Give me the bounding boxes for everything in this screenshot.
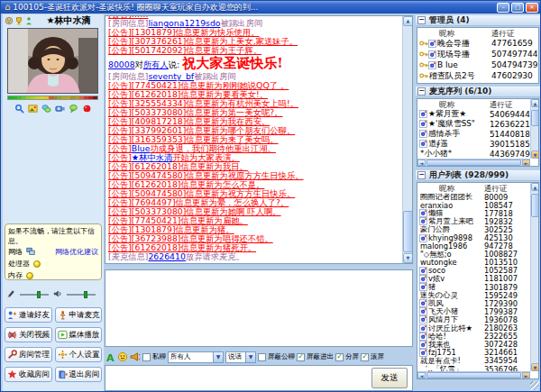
h-scroll-thumb[interactable] [426, 160, 521, 166]
section-scrollbar[interactable]: ▲▼ [530, 183, 538, 371]
room-action-button-7[interactable]: 收藏房间 [5, 367, 52, 382]
photo-icon[interactable] [28, 104, 38, 114]
room-action-button-3[interactable]: 关闭视频 [5, 327, 52, 342]
user-link[interactable]: Blue [132, 144, 151, 153]
mic-volume-slider[interactable] [20, 294, 49, 296]
message-input[interactable]: 发送 [105, 365, 413, 391]
scroll-thumb[interactable] [531, 110, 539, 126]
key-icon [419, 50, 428, 59]
option-checkbox-2[interactable]: ✓ [297, 353, 305, 361]
option-label: 滚屏 [371, 352, 384, 361]
close-button[interactable]: × [526, 3, 538, 13]
scroll-right-button[interactable]: ► [522, 372, 530, 378]
chat-scroll-thumb[interactable] [403, 211, 413, 252]
user-link[interactable]: 80008 [108, 59, 135, 69]
balloon-icon[interactable] [69, 104, 78, 114]
user-link[interactable]: 所有人 [143, 59, 169, 69]
room-action-button-4[interactable]: 媒体播放 [55, 327, 103, 342]
target-select[interactable]: 所有人▼ [168, 351, 224, 363]
key-icon [419, 39, 428, 48]
table-row[interactable]: ★'魔狱雪SS"12636221 [417, 119, 538, 129]
table-row[interactable]: 稽查队员2号47602930 [417, 70, 538, 81]
chevron-down-icon[interactable]: ▼ [245, 352, 255, 362]
user-pass-id: 504794739 [491, 60, 538, 69]
option-checkbox-1[interactable] [258, 353, 266, 361]
chat-message: [公告][1301879]信息更新为猪。 [108, 225, 400, 234]
room-action-button-2[interactable]: 申请麦克 [55, 307, 103, 323]
cam-icon [419, 140, 427, 148]
message-text: [公告][337992601]信息更新为哪个朋友们公聊。 [108, 126, 295, 135]
chat-message: [公告][7694497]信息更新为晕，怎么换人了?。 [108, 198, 400, 207]
scroll-up-button[interactable]: ▲ [403, 16, 413, 26]
table-row[interactable]: B lue504794739 [417, 59, 538, 70]
scroll-right-button[interactable]: ► [522, 160, 530, 166]
font-icon[interactable]: A [105, 351, 115, 362]
maximize-button[interactable]: □ [511, 3, 524, 13]
table-row[interactable]: 现场导播507497744 [417, 49, 538, 59]
message-text: [公告][501742092]信息更新为王子辉。 [108, 46, 261, 55]
table-row[interactable]: ★紫月萱★54069444 [417, 109, 538, 119]
button-label: 退出房间 [69, 369, 100, 380]
scroll-up-button[interactable]: ▲ [531, 99, 539, 107]
room-action-button-8[interactable]: 退出房间 [55, 367, 103, 382]
user-link[interactable]: 2626410 [148, 252, 185, 261]
scroll-left-button[interactable]: ◄ [417, 372, 426, 378]
home-icon: ⌂ [5, 3, 10, 12]
minimize-button[interactable]: – [497, 3, 509, 13]
message-text: [公告][307376261]信息更新为上美女,家送妹子。 [108, 37, 298, 46]
megaphone-icon[interactable] [130, 351, 141, 362]
table-row[interactable]: 感情杀手51440818 [417, 129, 538, 139]
chat-message: [公告][501742092]信息更新为王子辉。 [108, 46, 400, 55]
private-chat-label: 私聊 [152, 352, 166, 361]
scroll-down-button[interactable]: ▼ [531, 150, 539, 159]
user-link[interactable]: ★林中水滴 [132, 153, 173, 162]
private-chat-checkbox[interactable] [142, 353, 151, 361]
chat-message: [公告][325554334]信息更新为有杭州美女上吗!。 [108, 99, 400, 108]
resize-grip[interactable] [530, 381, 539, 390]
collapse-button[interactable]: − [417, 171, 426, 179]
chat-message: [房间信息]seventy_bf被踢出房间 [108, 72, 400, 81]
scroll-down-button[interactable]: ▼ [531, 363, 539, 371]
speaker-volume-slider[interactable] [67, 294, 96, 296]
room-action-button-1[interactable]: 邀请好友 [5, 307, 52, 323]
volume-meter [7, 96, 98, 100]
pen-icon [6, 289, 15, 298]
section-h-scrollbar[interactable]: ◄► [417, 159, 530, 166]
scroll-down-button[interactable]: ▼ [403, 253, 413, 263]
table-row[interactable]: *小小猪*44369749 [417, 149, 538, 159]
section-h-scrollbar[interactable]: ◄► [417, 371, 530, 378]
chat-icon[interactable] [41, 104, 51, 114]
user-link[interactable]: seventy_bf [148, 72, 194, 81]
chat-message: [公告][77450421]信息更新为扁她。 [108, 216, 400, 225]
scroll-left-button[interactable]: ◄ [417, 160, 426, 166]
action-select[interactable]: 说话▼ [225, 351, 256, 363]
camera-icon[interactable] [55, 104, 65, 114]
emoticon-icon[interactable] [117, 351, 128, 362]
cam-icon [419, 110, 427, 118]
record-dot-icon[interactable] [82, 104, 92, 114]
user-link[interactable]: liangona1219sdo [148, 19, 220, 28]
scroll-up-button[interactable]: ▲ [531, 183, 539, 191]
collapse-button[interactable]: − [417, 16, 426, 24]
option-checkbox-4[interactable]: ✓ [361, 353, 369, 361]
message-text: [公告][509474580]信息更新为祝愿方方生日快乐。 [108, 171, 304, 180]
h-scroll-thumb[interactable] [426, 372, 521, 378]
chat-message: [麦克信息]2626410放弃请求麦克。 [108, 252, 400, 261]
table-row[interactable]: 晚会导播47761659 [417, 38, 538, 49]
chevron-down-icon[interactable]: ▼ [213, 352, 223, 362]
message-text: 被踢出房间 [194, 72, 235, 81]
section-scrollbar[interactable]: ▲▼ [530, 99, 538, 159]
room-action-button-6[interactable]: 个人设置 [55, 347, 103, 362]
roster-table-3: 昵称通行证圈圈记者团团长80009eranxiao108547懒猫177818紫… [417, 182, 539, 379]
user-pass-id: 54069444 [490, 110, 530, 119]
chat-log: [公告]……[房间信息]liangona1219sdo被踢出房间[公告][130… [105, 15, 413, 264]
table-row[interactable]: 道∮遥39015185 [417, 139, 538, 149]
option-checkbox-3[interactable]: ✓ [335, 353, 344, 361]
collapse-button[interactable]: − [417, 87, 426, 96]
chat-scrollbar[interactable]: ▲ ▼ [402, 16, 412, 263]
magnifier-icon[interactable] [14, 104, 24, 114]
network-optimize-link[interactable]: 网络优化建议 [55, 247, 98, 257]
send-button[interactable]: 发送 [371, 368, 408, 388]
room-action-button-5[interactable]: 房间管理 [5, 347, 52, 362]
scroll-thumb[interactable] [531, 194, 539, 217]
